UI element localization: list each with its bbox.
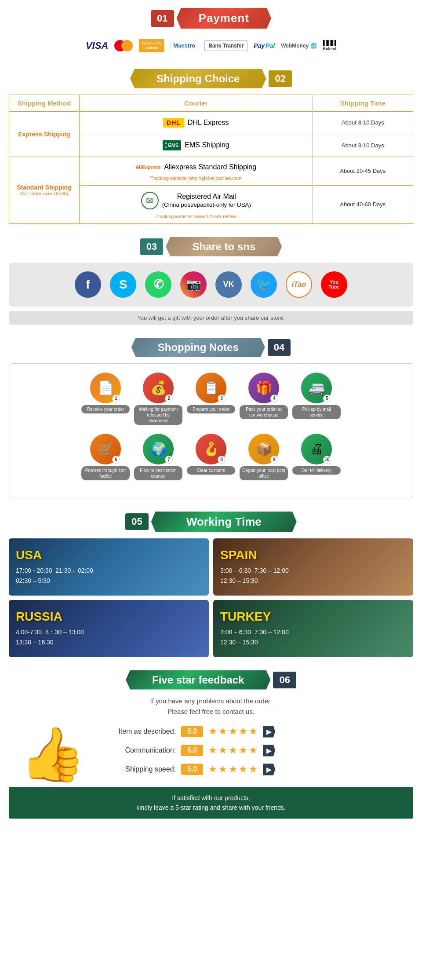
feedback-footer: If satisfied with our products, kindly l…	[9, 787, 413, 819]
step-3-label: Prepare your order	[187, 405, 235, 413]
usa-times: 17:00 - 20:30 21:30 – 02:0002:30 – 5:30	[16, 566, 202, 585]
step-8: 🪝 8 Clear customs	[187, 434, 235, 480]
working-header: 05 Working Time	[9, 512, 413, 532]
ems-name: EMS Shipping	[185, 141, 229, 149]
share-title: Share to sns	[166, 237, 282, 256]
express-method: Express Shipping	[9, 111, 80, 157]
share-header: 03 Share to sns	[9, 237, 413, 256]
steps-container: 📄 1 Receive your order 💰 2 Waiting for p…	[9, 363, 413, 498]
itao-icon[interactable]: iTao	[286, 271, 312, 298]
russia-card: RUSSIA 4:00-7:30 8：30 – 13:0013:30 – 16:…	[9, 600, 209, 657]
table-row: Standard Shipping (For order over USD5) …	[9, 157, 413, 185]
facebook-icon[interactable]: f	[75, 271, 101, 298]
rating-row-communication: Communication: 5.0 ★ ★ ★ ★ ★ ▶	[106, 745, 413, 757]
ems-courier: ≡ ≡ EMS EMS Shipping	[80, 134, 313, 157]
visa-icon: VISA	[86, 40, 108, 51]
described-stars: ★ ★ ★ ★ ★	[208, 726, 258, 737]
star-4: ★	[239, 745, 247, 756]
feedback-section: Five star feedback 06 If you have any pr…	[0, 666, 422, 828]
share-note: You will get a gift with your order afte…	[9, 311, 413, 325]
star-5: ★	[249, 726, 258, 737]
shipping-arrow: ▶	[263, 764, 275, 775]
twitter-icon[interactable]: 🐦	[251, 271, 277, 298]
whatsapp-icon[interactable]: ✆	[145, 271, 171, 298]
post-logo: ✉	[141, 192, 159, 209]
vk-icon[interactable]: VK	[215, 271, 242, 298]
post-tracking: Tracking website: www.17track.net/en	[156, 214, 236, 219]
col-time: Shipping Time	[313, 95, 413, 111]
feedback-number: 06	[273, 672, 296, 688]
working-title: Working Time	[151, 512, 297, 532]
described-score: 5.0	[181, 726, 203, 737]
spain-card: SPAIN 3:00 – 6:30 7:30 – 12:0012:30 – 15…	[213, 538, 413, 596]
notes-number: 04	[268, 339, 291, 356]
star-1: ★	[208, 745, 217, 756]
step-9-label: Depart your local post office	[240, 466, 288, 480]
step-3: 📋 3 Prepare your order	[187, 373, 235, 425]
star-4: ★	[239, 726, 247, 737]
spain-times: 3:00 – 6:30 7:30 – 12:0012:30 – 15:30	[220, 566, 406, 585]
paypal-icon: PayPal	[254, 42, 275, 49]
post-courier: ✉ Registered Air Mail(China post/epacket…	[80, 185, 313, 223]
dhl-courier: DHL DHL Express	[80, 111, 313, 134]
ratings-area: Item as described: 5.0 ★ ★ ★ ★ ★ ▶ Commu…	[106, 726, 413, 783]
star-2: ★	[218, 726, 227, 737]
star-3: ★	[229, 726, 237, 737]
share-section: 03 Share to sns f S ✆ 📷 VK 🐦 iTao You Tu…	[0, 233, 422, 333]
communication-label: Communication:	[106, 746, 176, 754]
post-time: About 40-60 Days	[313, 185, 413, 223]
col-courier: Courier	[80, 95, 313, 111]
share-number: 03	[140, 238, 163, 255]
western-union-icon: WESTERNUNION	[139, 39, 164, 52]
instagram-icon[interactable]: 📷	[180, 271, 207, 298]
bank-transfer-icon: Bank Transfer	[204, 40, 247, 51]
youtube-icon[interactable]: You Tube	[321, 271, 347, 298]
ems-logo: ≡ ≡ EMS	[163, 140, 182, 150]
step-2-label: Waiting for payment released by alixepre…	[134, 405, 182, 425]
standard-method-label: Standard Shipping	[17, 184, 71, 191]
star-4: ★	[239, 764, 247, 775]
dhl-name: DHL Express	[188, 119, 229, 127]
communication-stars: ★ ★ ★ ★ ★	[208, 745, 258, 756]
shipping-table: Shipping Method Courier Shipping Time Ex…	[9, 95, 413, 224]
step-7: 🌍 7 Flow to destination country	[134, 434, 182, 480]
thumbs-up-icon: 👍	[9, 728, 97, 780]
star-1: ★	[208, 764, 217, 775]
shipping-title: Shipping Choice	[130, 69, 266, 88]
feedback-note: If you have any problems about the order…	[9, 696, 413, 717]
ali-courier: AliExpress Aliexpress Standard Shipping …	[80, 157, 313, 185]
rating-row-described: Item as described: 5.0 ★ ★ ★ ★ ★ ▶	[106, 726, 413, 738]
step-4-label: Pack your order at our warehouse	[240, 405, 288, 419]
rating-row-shipping: Shipping speed: 5.0 ★ ★ ★ ★ ★ ▶	[106, 764, 413, 775]
dhl-time: About 3-10 Days	[313, 111, 413, 134]
feedback-content: 👍 Item as described: 5.0 ★ ★ ★ ★ ★ ▶ Com…	[9, 726, 413, 783]
spain-name: SPAIN	[220, 548, 406, 562]
feedback-header: Five star feedback 06	[9, 670, 413, 690]
steps-row-1: 📄 1 Receive your order 💰 2 Waiting for p…	[18, 373, 404, 425]
skype-icon[interactable]: S	[110, 271, 136, 298]
step-8-label: Clear customs	[187, 466, 235, 475]
working-time-section: 05 Working Time USA 17:00 - 20:30 21:30 …	[0, 507, 422, 666]
payment-icons-row: VISA WESTERNUNION Maestro Bank Transfer …	[9, 35, 413, 57]
step-6-label: Process through sort facility	[81, 466, 130, 480]
social-icons-row: f S ✆ 📷 VK 🐦 iTao You Tube	[9, 263, 413, 307]
step-10: 🖨 10 Our for delivery	[292, 434, 341, 480]
standard-method: Standard Shipping (For order over USD5)	[9, 157, 80, 223]
star-2: ★	[218, 764, 227, 775]
shipping-section: Shipping Choice 02 Shipping Method Couri…	[0, 65, 422, 233]
shopping-notes-section: Shopping Notes 04 📄 1 Receive your order…	[0, 333, 422, 507]
star-5: ★	[249, 764, 258, 775]
payment-header: 01 Payment	[9, 8, 413, 29]
communication-score: 5.0	[181, 745, 203, 756]
payment-number: 01	[151, 10, 174, 27]
step-2: 💰 2 Waiting for payment released by alix…	[134, 373, 182, 425]
ali-time: About 20-45 Days	[313, 157, 413, 185]
notes-header: Shopping Notes 04	[9, 338, 413, 357]
star-5: ★	[249, 745, 258, 756]
step-1-label: Receive your order	[81, 405, 130, 413]
mastercard-icon	[114, 40, 133, 51]
star-3: ★	[229, 764, 237, 775]
webmoney-icon: WebMoney 🌐	[281, 43, 316, 49]
ali-name: Aliexpress Standard Shipping	[164, 163, 256, 171]
usa-name: USA	[16, 548, 202, 562]
